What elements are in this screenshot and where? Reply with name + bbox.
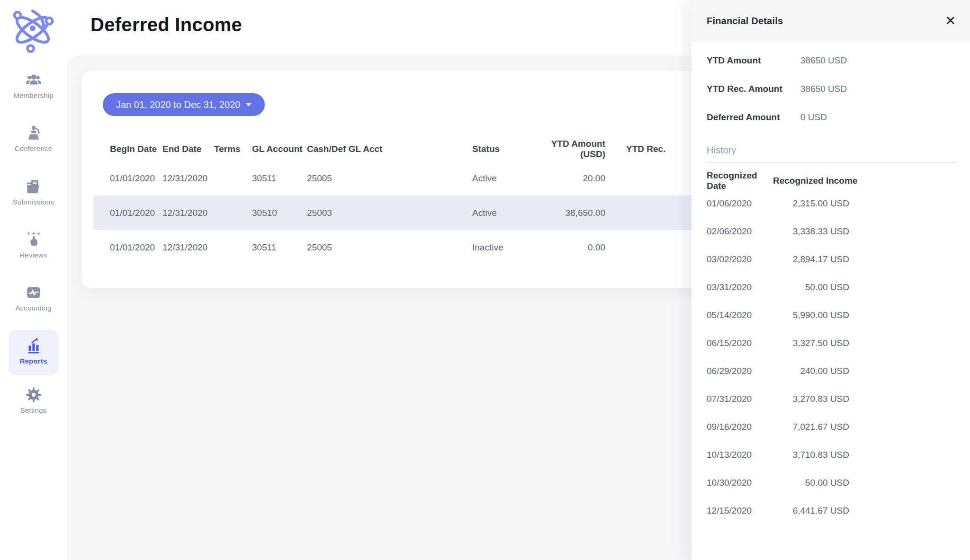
app-window: Deferred Income Membership bbox=[0, 0, 970, 560]
history-row: 06/29/2020 240.00 USD bbox=[692, 357, 970, 385]
panel-title: Financial Details bbox=[707, 16, 783, 27]
summary-label: YTD Amount bbox=[707, 55, 800, 66]
sidebar-item-submissions[interactable]: Submissions bbox=[0, 178, 67, 206]
history-income: 3,270.83 USD bbox=[773, 394, 849, 404]
page-title: Deferred Income bbox=[90, 14, 242, 36]
summary-row-deferred-amount: Deferred Amount 0 USD bbox=[707, 103, 957, 132]
speaker-podium-icon bbox=[25, 124, 43, 142]
sidebar: Membership Conference Submissions bbox=[0, 0, 67, 560]
sidebar-item-label: Membership bbox=[0, 91, 67, 99]
history-income: 7,021.67 USD bbox=[773, 422, 849, 432]
history-income: 3,338.33 USD bbox=[773, 226, 849, 237]
history-date: 10/13/2020 bbox=[707, 450, 773, 460]
history-row: 07/31/2020 3,270.83 USD bbox=[692, 385, 970, 413]
sidebar-item-label: Conference bbox=[0, 144, 67, 152]
history-income: 6,441.67 USD bbox=[773, 506, 849, 516]
sidebar-item-label: Reviews bbox=[0, 251, 67, 259]
history-income: 3,710.83 USD bbox=[773, 450, 849, 460]
history-row: 03/31/2020 50.00 USD bbox=[692, 273, 970, 301]
bar-chart-icon bbox=[25, 337, 43, 355]
summary-row-ytd-rec-amount: YTD Rec. Amount 38650 USD bbox=[707, 75, 957, 103]
cell-gl-account: 30511 bbox=[252, 242, 307, 253]
sidebar-item-settings[interactable]: Settings bbox=[0, 386, 67, 414]
history-income: 50.00 USD bbox=[773, 478, 849, 488]
close-icon[interactable]: ✕ bbox=[943, 13, 958, 29]
history-income: 50.00 USD bbox=[773, 282, 849, 293]
cell-status: Active bbox=[472, 208, 524, 218]
summary-value: 0 USD bbox=[800, 112, 957, 123]
cell-end-date: 12/31/2020 bbox=[162, 242, 214, 253]
cell-end-date: 12/31/2020 bbox=[162, 208, 214, 218]
history-income: 3,327.50 USD bbox=[773, 338, 849, 348]
cell-ytd-amount: 20.00 bbox=[524, 173, 605, 184]
cell-ytd-amount: 38,650.00 bbox=[524, 208, 605, 218]
history-row: 02/06/2020 3,338.33 USD bbox=[692, 217, 970, 245]
cell-status: Active bbox=[472, 173, 524, 184]
history-income: 2,315.00 USD bbox=[773, 198, 849, 209]
history-row: 03/02/2020 2,894.17 USD bbox=[692, 245, 970, 273]
history-date: 10/30/2020 bbox=[707, 478, 773, 488]
history-date: 07/31/2020 bbox=[707, 394, 773, 404]
financial-details-panel: Financial Details ✕ YTD Amount 38650 USD… bbox=[692, 0, 970, 560]
history-row: 06/15/2020 3,327.50 USD bbox=[692, 329, 970, 357]
sidebar-item-membership[interactable]: Membership bbox=[0, 71, 67, 99]
history-section-label: History bbox=[707, 145, 957, 163]
history-date: 02/06/2020 bbox=[707, 226, 773, 237]
app-logo-atom-icon bbox=[7, 4, 59, 56]
col-header-begin-date: Begin Date bbox=[110, 144, 162, 154]
cell-status: Inactive bbox=[472, 242, 524, 253]
history-row: 05/14/2020 5,990.00 USD bbox=[692, 301, 970, 329]
folder-document-icon bbox=[25, 178, 43, 196]
cell-begin-date: 01/01/2020 bbox=[110, 173, 162, 184]
cell-begin-date: 01/01/2020 bbox=[110, 242, 162, 253]
col-header-status: Status bbox=[472, 144, 524, 154]
sidebar-item-label: Settings bbox=[0, 406, 67, 414]
sidebar-item-reports[interactable]: Reports bbox=[9, 330, 58, 375]
col-header-ytd-amount: YTD Amount (USD) bbox=[524, 139, 605, 160]
sidebar-item-conference[interactable]: Conference bbox=[0, 124, 67, 152]
date-range-button[interactable]: Jan 01, 2020 to Dec 31, 2020 bbox=[103, 93, 265, 116]
sidebar-item-label: Submissions bbox=[0, 198, 67, 206]
history-row: 01/06/2020 2,315.00 USD bbox=[692, 189, 970, 217]
cell-gl-account: 30511 bbox=[252, 173, 307, 184]
cell-ytd-amount: 0.00 bbox=[524, 242, 605, 253]
date-range-label: Jan 01, 2020 to Dec 31, 2020 bbox=[116, 99, 240, 110]
panel-header: Financial Details ✕ bbox=[692, 0, 970, 42]
sidebar-item-accounting[interactable]: Accounting bbox=[0, 284, 67, 312]
history-income: 2,894.17 USD bbox=[773, 254, 849, 265]
activity-chart-icon bbox=[25, 284, 43, 302]
sidebar-item-reviews[interactable]: Reviews bbox=[0, 231, 67, 259]
summary-row-ytd-amount: YTD Amount 38650 USD bbox=[707, 46, 957, 75]
history-row: 09/16/2020 7,021.67 USD bbox=[692, 413, 970, 441]
col-header-gl-account: GL Account bbox=[252, 144, 307, 154]
financial-summary: YTD Amount 38650 USD YTD Rec. Amount 386… bbox=[692, 42, 970, 132]
summary-label: YTD Rec. Amount bbox=[707, 84, 800, 94]
cell-cash-def: 25005 bbox=[307, 173, 472, 184]
history-date: 05/14/2020 bbox=[707, 310, 773, 320]
sidebar-item-label: Reports bbox=[9, 357, 58, 365]
history-date: 09/16/2020 bbox=[707, 422, 773, 432]
history-col-recognized-date: Recognized Date bbox=[707, 170, 773, 191]
col-header-terms: Terms bbox=[214, 144, 252, 154]
people-group-icon bbox=[25, 71, 43, 89]
gear-icon bbox=[25, 386, 43, 404]
history-date: 12/15/2020 bbox=[707, 506, 773, 516]
summary-label: Deferred Amount bbox=[707, 112, 800, 123]
summary-value: 38650 USD bbox=[800, 84, 957, 94]
chevron-down-icon bbox=[246, 103, 251, 107]
cell-cash-def: 25005 bbox=[307, 242, 472, 253]
history-income: 5,990.00 USD bbox=[773, 310, 849, 320]
history-list: 01/06/2020 2,315.00 USD 02/06/2020 3,338… bbox=[692, 189, 970, 524]
summary-value: 38650 USD bbox=[800, 55, 957, 66]
history-date: 06/15/2020 bbox=[707, 338, 773, 348]
history-date: 03/31/2020 bbox=[707, 282, 773, 293]
history-date: 01/06/2020 bbox=[707, 198, 773, 209]
history-header-row: Recognized Date Recognized Income bbox=[692, 170, 970, 189]
history-row: 10/13/2020 3,710.83 USD bbox=[692, 441, 970, 469]
sidebar-item-label: Accounting bbox=[0, 304, 67, 312]
history-income: 240.00 USD bbox=[773, 366, 849, 376]
cell-begin-date: 01/01/2020 bbox=[110, 208, 162, 218]
col-header-cash-def-gl-acct: Cash/Def GL Acct bbox=[307, 144, 472, 154]
col-header-end-date: End Date bbox=[162, 144, 214, 154]
history-date: 03/02/2020 bbox=[707, 254, 773, 265]
